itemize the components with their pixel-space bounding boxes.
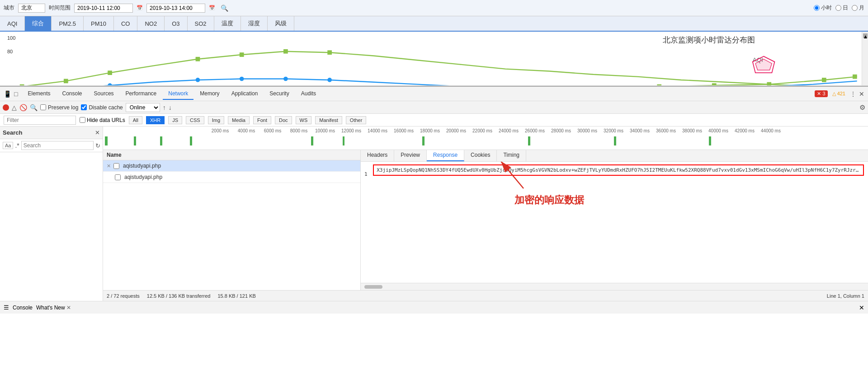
tab-co[interactable]: CO xyxy=(114,16,138,31)
filter-ws[interactable]: WS xyxy=(296,116,312,124)
refresh-icon[interactable]: ↻ xyxy=(95,142,100,149)
tab-comprehensive[interactable]: 综合 xyxy=(25,16,52,31)
stop-button[interactable]: △ xyxy=(12,104,17,111)
cookies-tab[interactable]: Cookies xyxy=(464,150,497,161)
close-devtools-icon[interactable]: ✕ xyxy=(859,90,864,98)
search-panel-title: Search xyxy=(3,129,95,136)
timing-tab[interactable]: Timing xyxy=(497,150,526,161)
search-network-button[interactable]: 🔍 xyxy=(30,104,38,111)
tab-aqi[interactable]: AQI xyxy=(0,16,25,31)
search-panel: Search ✕ Aa .* ↻ ✕ xyxy=(0,127,103,301)
close-search-icon[interactable]: ✕ xyxy=(95,129,100,136)
export-icon[interactable]: ↓ xyxy=(169,104,172,111)
scroll-up[interactable]: ▲ xyxy=(863,33,868,38)
radio-day-label: 日 xyxy=(843,4,848,12)
devtools-tab-sources[interactable]: Sources xyxy=(89,88,119,100)
filter-font[interactable]: Font xyxy=(253,116,271,124)
calendar-icon-end[interactable]: 📅 xyxy=(209,5,215,11)
tab-no2[interactable]: NO2 xyxy=(137,16,165,31)
filter-manifest[interactable]: Manifest xyxy=(315,116,342,124)
filter-all[interactable]: All xyxy=(129,116,142,124)
disable-cache-label: Disable cache xyxy=(89,104,123,111)
end-date-input[interactable] xyxy=(146,4,205,13)
search-text-input[interactable] xyxy=(21,141,94,150)
preserve-log-checkbox[interactable] xyxy=(40,104,46,110)
response-tab[interactable]: Response xyxy=(427,150,464,161)
regex-button[interactable]: .* xyxy=(15,142,19,149)
devtools-tab-security[interactable]: Security xyxy=(264,88,294,100)
devtools-tab-network[interactable]: Network xyxy=(163,88,193,100)
svg-rect-6 xyxy=(327,50,332,55)
console-tab[interactable]: Console xyxy=(13,305,33,311)
devtools-tab-console[interactable]: Console xyxy=(57,88,88,100)
import-icon[interactable]: ↑ xyxy=(163,104,166,111)
tab-pm10[interactable]: PM10 xyxy=(84,16,114,31)
network-right-panels: 2000 ms 4000 ms 6000 ms 8000 ms 10000 ms… xyxy=(103,127,868,301)
search-icon[interactable]: 🔍 xyxy=(221,5,228,12)
close-whats-new-icon[interactable]: ✕ xyxy=(66,305,71,311)
drawer-icon[interactable]: ☰ xyxy=(4,304,9,311)
filter-css[interactable]: CSS xyxy=(186,116,204,124)
network-toolbar: △ 🚫 🔍 Preserve log Disable cache Online … xyxy=(0,101,868,114)
filter-img[interactable]: Img xyxy=(208,116,224,124)
hide-data-urls-text: Hide data URLs xyxy=(87,117,125,123)
devtools-tab-audits[interactable]: Audits xyxy=(296,88,321,100)
filter-js[interactable]: JS xyxy=(168,116,182,124)
headers-tab[interactable]: Headers xyxy=(361,150,394,161)
horizontal-scrollbar[interactable] xyxy=(361,283,868,290)
filter-input[interactable] xyxy=(4,116,76,125)
file-2-checkbox[interactable] xyxy=(115,174,121,180)
close-file-1-icon[interactable]: ✕ xyxy=(107,163,111,169)
filter-xhr[interactable]: XHR xyxy=(146,116,165,124)
filter-other[interactable]: Other xyxy=(346,116,367,124)
tab-pm25[interactable]: PM2.5 xyxy=(52,16,84,31)
tab-wind[interactable]: 风级 xyxy=(268,16,294,31)
tl-6000: 6000 ms xyxy=(259,128,286,133)
svg-rect-29 xyxy=(190,136,192,145)
file-item-1[interactable]: ✕ aqistudyapi.php xyxy=(103,160,360,172)
chart-area: 100 80 北京监测项小时雷达分布图 AQI xyxy=(0,32,868,86)
hide-data-urls-checkbox[interactable] xyxy=(80,117,85,123)
chart-scrollbar[interactable]: ▲ xyxy=(862,32,868,85)
svg-rect-5 xyxy=(283,49,288,54)
tab-so2[interactable]: SO2 xyxy=(188,16,214,31)
tl-14000: 14000 ms xyxy=(364,128,391,133)
select-element-icon[interactable]: □ xyxy=(14,90,18,98)
filter-media[interactable]: Media xyxy=(228,116,250,124)
filter-doc[interactable]: Doc xyxy=(275,116,292,124)
file-1-checkbox[interactable] xyxy=(113,163,119,169)
disable-cache-checkbox[interactable] xyxy=(81,104,87,110)
network-main: Search ✕ Aa .* ↻ ✕ 2000 ms 4000 ms 6000 … xyxy=(0,127,868,301)
tl-42000: 42000 ms xyxy=(731,128,758,133)
close-bottom-bar-icon[interactable]: ✕ xyxy=(859,304,864,311)
tab-o3[interactable]: O3 xyxy=(165,16,187,31)
city-label: 城市 xyxy=(4,4,14,12)
svg-text:北京监测项小时雷达分布图: 北京监测项小时雷达分布图 xyxy=(663,36,755,44)
whats-new-tab[interactable]: What's New ✕ xyxy=(36,305,71,311)
case-sensitive-button[interactable]: Aa xyxy=(3,142,13,149)
preview-tab[interactable]: Preview xyxy=(394,150,427,161)
settings-icon[interactable]: ⚙ xyxy=(859,103,865,112)
more-icon[interactable]: ⋮ xyxy=(850,90,856,98)
throttle-select[interactable]: Online Fast 3G Slow 3G Offline xyxy=(126,103,160,112)
radio-month[interactable]: 月 xyxy=(852,4,864,12)
city-input[interactable] xyxy=(18,4,45,13)
top-toolbar: 城市 时间范围 📅 📅 🔍 小时 日 月 xyxy=(0,0,868,16)
start-date-input[interactable] xyxy=(74,4,133,13)
tab-humidity[interactable]: 湿度 xyxy=(241,16,268,31)
devtools-tab-application[interactable]: Application xyxy=(226,88,264,100)
tab-temperature[interactable]: 温度 xyxy=(214,16,241,31)
record-button[interactable] xyxy=(3,104,9,111)
filter-button[interactable]: 🚫 xyxy=(19,104,27,111)
devtools-tab-memory[interactable]: Memory xyxy=(194,88,225,100)
devtools-tab-performance[interactable]: Performance xyxy=(120,88,162,100)
device-toolbar-icon[interactable]: 📱 xyxy=(4,90,11,98)
radio-hour[interactable]: 小时 xyxy=(814,4,832,12)
tl-10000: 10000 ms xyxy=(312,128,338,133)
radio-day[interactable]: 日 xyxy=(835,4,848,12)
file-item-2[interactable]: aqistudyapi.php xyxy=(103,172,360,183)
svg-rect-31 xyxy=(343,136,344,145)
scrollbar-thumb[interactable] xyxy=(364,285,382,289)
devtools-tab-elements[interactable]: Elements xyxy=(22,88,56,100)
calendar-icon-start[interactable]: 📅 xyxy=(137,5,143,11)
